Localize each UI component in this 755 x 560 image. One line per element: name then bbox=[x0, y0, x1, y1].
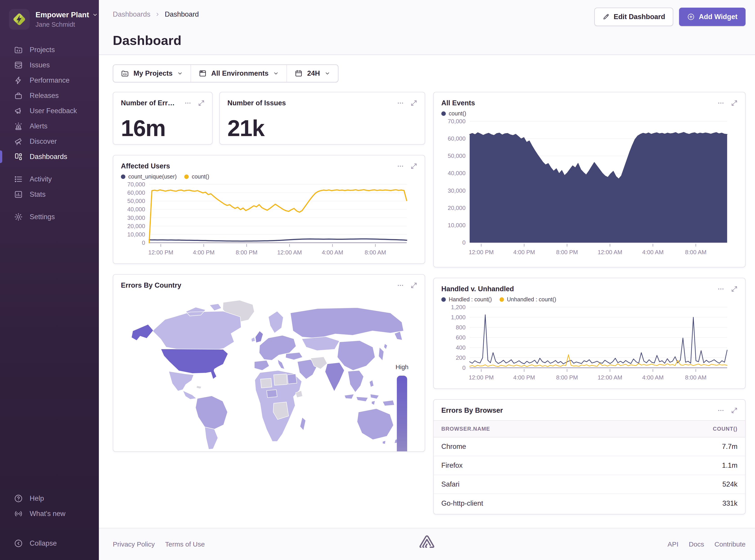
empower-plant-logo-icon bbox=[12, 12, 27, 27]
activity-icon bbox=[14, 175, 23, 184]
collapse-icon bbox=[14, 539, 23, 548]
browser-name: Chrome bbox=[441, 443, 466, 451]
broadcast-icon bbox=[14, 509, 23, 518]
discover-icon bbox=[14, 137, 23, 146]
project-filter[interactable]: My Projects bbox=[113, 65, 191, 82]
ellipsis-menu-icon[interactable] bbox=[717, 99, 724, 107]
sidebar-item-label: Settings bbox=[30, 213, 55, 221]
pencil-icon bbox=[602, 13, 609, 20]
svg-text:50,000: 50,000 bbox=[448, 153, 466, 159]
browser-name: Go-http-client bbox=[441, 499, 483, 507]
expand-icon[interactable] bbox=[410, 282, 418, 289]
sidebar-item-stats[interactable]: Stats bbox=[0, 187, 99, 202]
widget-title: Errors By Browser bbox=[441, 406, 503, 415]
ellipsis-menu-icon[interactable] bbox=[397, 282, 404, 289]
environment-filter[interactable]: All Environments bbox=[191, 65, 287, 82]
sidebar-item-activity[interactable]: Activity bbox=[0, 172, 99, 187]
sidebar-item-projects[interactable]: Projects bbox=[0, 42, 99, 58]
svg-text:12:00 PM: 12:00 PM bbox=[469, 249, 494, 256]
svg-text:400: 400 bbox=[456, 344, 466, 351]
add-widget-button[interactable]: Add Widget bbox=[679, 8, 746, 26]
legend-dot bbox=[184, 175, 189, 179]
breadcrumb-dashboards-link[interactable]: Dashboards bbox=[113, 10, 150, 18]
nav-divider bbox=[0, 164, 99, 172]
dashboard-content: My Projects All Environments 24H bbox=[99, 55, 755, 528]
ellipsis-menu-icon[interactable] bbox=[397, 99, 404, 107]
handled-unhandled-chart[interactable]: 1,2001,000800600400200012:00 PM4:00 PM8:… bbox=[434, 304, 733, 383]
sidebar-item-label: Releases bbox=[30, 92, 59, 100]
privacy-policy-link[interactable]: Privacy Policy bbox=[113, 540, 155, 548]
affected-users-chart[interactable]: 70,00060,00050,00040,00030,00020,00010,0… bbox=[113, 181, 412, 258]
svg-text:8:00 AM: 8:00 AM bbox=[685, 249, 706, 256]
sidebar-item-settings[interactable]: Settings bbox=[0, 209, 99, 224]
ellipsis-menu-icon[interactable] bbox=[397, 163, 404, 170]
sidebar-item-help[interactable]: Help bbox=[0, 491, 99, 506]
ellipsis-menu-icon[interactable] bbox=[717, 285, 724, 293]
svg-text:4:00 PM: 4:00 PM bbox=[513, 374, 535, 381]
sidebar-item-whats-new[interactable]: What's new bbox=[0, 506, 99, 521]
svg-text:600: 600 bbox=[456, 334, 466, 341]
expand-icon[interactable] bbox=[410, 99, 418, 107]
terms-of-use-link[interactable]: Terms of Use bbox=[165, 540, 205, 548]
browser-count: 7.7m bbox=[722, 443, 737, 451]
docs-link[interactable]: Docs bbox=[689, 540, 704, 548]
big-number-value: 16m bbox=[113, 107, 212, 141]
sidebar-item-label: Help bbox=[30, 495, 44, 502]
world-map[interactable] bbox=[120, 298, 405, 452]
sidebar-item-performance[interactable]: Performance bbox=[0, 73, 99, 88]
sidebar-item-alerts[interactable]: Alerts bbox=[0, 119, 99, 134]
widget-number-of-errors: Number of Err… 16m bbox=[113, 92, 213, 145]
expand-icon[interactable] bbox=[410, 163, 418, 170]
big-number-value: 21k bbox=[220, 107, 425, 141]
svg-text:12:00 AM: 12:00 AM bbox=[277, 249, 302, 256]
column-browser-name: BROWSER.NAME bbox=[441, 426, 490, 432]
stats-icon bbox=[14, 190, 23, 199]
sidebar-item-dashboards[interactable]: Dashboards bbox=[0, 149, 99, 164]
sidebar-bottom: Help What's new Collapse bbox=[0, 491, 99, 560]
sidebar-item-label: User Feedback bbox=[30, 107, 77, 115]
legend-dot bbox=[441, 297, 446, 302]
legend-dot bbox=[121, 175, 125, 179]
chart-legend: count() bbox=[434, 107, 745, 117]
browser-count: 1.1m bbox=[722, 461, 737, 469]
edit-dashboard-button[interactable]: Edit Dashboard bbox=[594, 8, 673, 26]
filter-bar: My Projects All Environments 24H bbox=[113, 64, 338, 82]
sidebar: Empower Plant Jane Schmidt Projects Issu… bbox=[0, 0, 99, 560]
breadcrumb: Dashboards Dashboard bbox=[113, 8, 199, 18]
sidebar-item-collapse[interactable]: Collapse bbox=[0, 536, 99, 551]
svg-text:70,000: 70,000 bbox=[448, 118, 466, 125]
table-header: BROWSER.NAME COUNT() bbox=[434, 420, 745, 437]
sidebar-item-issues[interactable]: Issues bbox=[0, 58, 99, 73]
sidebar-item-label: Discover bbox=[30, 137, 57, 145]
svg-text:10,000: 10,000 bbox=[448, 222, 466, 228]
contribute-link[interactable]: Contribute bbox=[715, 540, 746, 548]
svg-text:0: 0 bbox=[462, 239, 466, 246]
dashboard-column-right: All Events count() 70,00060,00050,00040,… bbox=[433, 92, 746, 515]
svg-text:10,000: 10,000 bbox=[127, 231, 145, 238]
all-events-chart[interactable]: 70,00060,00050,00040,00030,00020,00010,0… bbox=[434, 118, 733, 257]
sidebar-item-user-feedback[interactable]: User Feedback bbox=[0, 103, 99, 119]
projects-icon bbox=[14, 45, 23, 54]
sidebar-item-label: Projects bbox=[30, 46, 55, 54]
alerts-icon bbox=[14, 122, 23, 131]
sidebar-item-label: Performance bbox=[30, 76, 70, 84]
sidebar-item-label: Collapse bbox=[30, 539, 57, 547]
svg-text:4:00 AM: 4:00 AM bbox=[322, 249, 343, 256]
expand-icon[interactable] bbox=[731, 407, 738, 414]
expand-icon[interactable] bbox=[731, 99, 738, 107]
sidebar-item-discover[interactable]: Discover bbox=[0, 134, 99, 149]
sidebar-item-releases[interactable]: Releases bbox=[0, 88, 99, 103]
time-range-filter[interactable]: 24H bbox=[287, 65, 338, 82]
sidebar-nav: Projects Issues Performance Releases Use… bbox=[0, 42, 99, 224]
api-link[interactable]: API bbox=[667, 540, 678, 548]
ellipsis-menu-icon[interactable] bbox=[717, 407, 724, 414]
browser-name: Safari bbox=[441, 480, 460, 488]
window-icon bbox=[199, 69, 207, 78]
svg-text:1,000: 1,000 bbox=[451, 314, 466, 321]
expand-icon[interactable] bbox=[198, 99, 205, 107]
ellipsis-menu-icon[interactable] bbox=[184, 99, 191, 107]
expand-icon[interactable] bbox=[731, 285, 738, 293]
page-header: Dashboards Dashboard Edit Dashboard Add … bbox=[99, 0, 755, 55]
widget-title: Affected Users bbox=[121, 162, 170, 170]
org-switcher[interactable]: Empower Plant Jane Schmidt bbox=[0, 0, 99, 29]
